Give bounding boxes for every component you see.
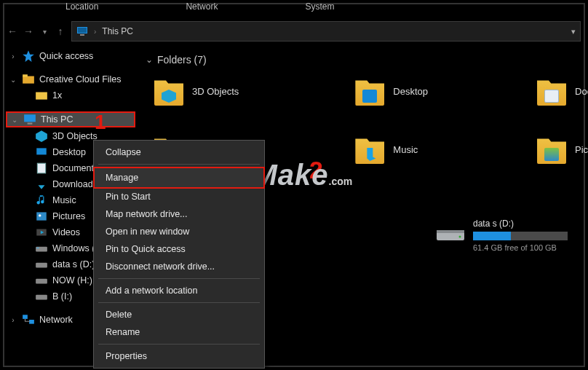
tree-this-pc[interactable]: ⌄ This PC <box>6 111 135 127</box>
tree-label: This PC <box>41 114 73 125</box>
menu-separator <box>98 344 260 345</box>
ribbon-tab-system[interactable]: System <box>305 1 334 17</box>
tree-quick-access[interactable]: › Quick access <box>6 48 135 64</box>
pictures-icon <box>35 210 48 222</box>
svg-rect-20 <box>36 279 47 284</box>
folder-label: Desktop <box>393 86 428 97</box>
chevron-down-icon[interactable]: ⌄ <box>146 55 153 65</box>
annotation-number-1: 1 <box>95 111 106 134</box>
tree-cc-1x[interactable]: 1x <box>6 87 135 103</box>
folder-documents[interactable]: Documents <box>537 74 588 108</box>
menu-pin-quick-access[interactable]: Pin to Quick access <box>94 240 264 258</box>
tree-label: Videos <box>52 227 80 237</box>
tree-label: Quick access <box>39 51 93 61</box>
chevron-right-icon[interactable]: › <box>9 316 17 324</box>
svg-rect-21 <box>36 295 47 300</box>
tree-label: Creative Cloud Files <box>39 74 122 84</box>
chevron-down-icon[interactable]: ⌄ <box>9 76 17 84</box>
section-title: Folders (7) <box>157 54 207 66</box>
chevron-down-icon[interactable]: ⌄ <box>10 116 19 124</box>
music-icon <box>35 194 48 206</box>
tree-label: Downloads <box>52 179 98 189</box>
folder-pictures[interactable]: Pictures <box>537 133 588 166</box>
svg-rect-13 <box>36 212 47 220</box>
menu-add-network-location[interactable]: Add a network location <box>94 282 264 299</box>
recent-dropdown-icon[interactable]: ▾ <box>38 28 51 36</box>
tree-label: Documents <box>52 163 98 173</box>
folder-label: 3D Objects <box>192 86 239 97</box>
folder-icon <box>355 135 384 164</box>
network-icon <box>22 314 35 326</box>
menu-collapse[interactable]: Collapse <box>94 143 264 161</box>
address-bar[interactable]: › This PC ▾ <box>71 21 581 42</box>
svg-rect-18 <box>36 248 39 248</box>
svg-rect-11 <box>37 163 45 173</box>
videos-icon <box>35 227 48 238</box>
drive-icon <box>35 291 48 302</box>
svg-rect-19 <box>36 263 47 268</box>
this-pc-icon <box>76 25 88 37</box>
tree-label: B (I:) <box>52 291 72 302</box>
this-pc-icon <box>23 114 36 125</box>
drive-icon <box>35 259 48 270</box>
folder-desktop[interactable]: Desktop <box>355 74 428 108</box>
svg-rect-17 <box>36 247 47 252</box>
tree-label: Music <box>52 195 76 205</box>
folder-label: Music <box>393 144 418 155</box>
folder-music[interactable]: Music <box>355 133 428 166</box>
folder-icon <box>537 135 566 164</box>
menu-rename[interactable]: Rename <box>94 323 264 341</box>
download-icon <box>35 178 48 190</box>
menu-separator <box>98 302 260 303</box>
svg-rect-4 <box>23 76 34 84</box>
back-icon[interactable]: ← <box>6 25 19 37</box>
tree-label: data s (D:) <box>52 259 95 269</box>
drive-usage-bar <box>473 232 568 240</box>
svg-point-14 <box>39 214 41 216</box>
menu-open-new-window[interactable]: Open in new window <box>94 223 264 240</box>
up-icon[interactable]: ↑ <box>54 25 67 37</box>
menu-map-network-drive[interactable]: Map network drive... <box>94 205 264 223</box>
folder-label: Pictures <box>575 144 588 155</box>
drive-icon <box>35 243 48 254</box>
tree-label: Network <box>39 315 73 325</box>
address-dropdown-icon[interactable]: ▾ <box>571 27 576 36</box>
folder-label: Documents <box>575 86 588 97</box>
breadcrumb-this-pc[interactable]: This PC <box>102 26 133 36</box>
svg-rect-8 <box>28 123 33 125</box>
menu-pin-to-start[interactable]: Pin to Start <box>94 188 264 205</box>
svg-rect-6 <box>36 92 47 100</box>
svg-rect-5 <box>23 74 28 76</box>
svg-rect-1 <box>78 28 87 33</box>
ribbon-tab-location[interactable]: Location <box>65 1 98 17</box>
folder-icon <box>537 76 566 106</box>
documents-icon <box>35 162 48 174</box>
drive-icon <box>35 275 48 286</box>
menu-separator <box>98 164 260 165</box>
folder-icon <box>22 74 35 85</box>
desktop-icon <box>35 146 48 158</box>
menu-delete[interactable]: Delete <box>94 306 264 323</box>
chevron-right-icon[interactable]: › <box>9 52 17 60</box>
tree-label: 1x <box>52 90 62 101</box>
svg-marker-3 <box>23 50 34 62</box>
svg-marker-9 <box>36 130 47 142</box>
forward-icon[interactable]: → <box>22 25 35 37</box>
drive-data-s-d[interactable]: data s (D:) 61.4 GB free of 100 GB <box>435 219 568 252</box>
star-icon <box>22 50 35 62</box>
tree-label: NOW (H:) <box>52 275 92 286</box>
menu-disconnect-network-drive[interactable]: Disconnect network drive... <box>94 258 264 275</box>
svg-rect-25 <box>437 230 464 233</box>
svg-marker-12 <box>39 179 45 189</box>
folder-3d-objects[interactable]: 3D Objects <box>154 74 239 108</box>
folder-icon <box>154 76 183 106</box>
breadcrumb-sep-icon: › <box>94 28 96 36</box>
menu-properties[interactable]: Properties <box>94 347 264 365</box>
folders-group-header[interactable]: ⌄ Folders (7) <box>146 54 584 66</box>
drive-label: data s (D:) <box>473 219 568 229</box>
tree-creative-cloud[interactable]: ⌄ Creative Cloud Files <box>6 71 135 87</box>
navigation-bar: ← → ▾ ↑ › This PC ▾ <box>6 20 581 42</box>
menu-manage[interactable]: Manage <box>94 168 264 188</box>
ribbon-tab-network[interactable]: Network <box>186 1 218 17</box>
folder-icon <box>35 90 48 101</box>
